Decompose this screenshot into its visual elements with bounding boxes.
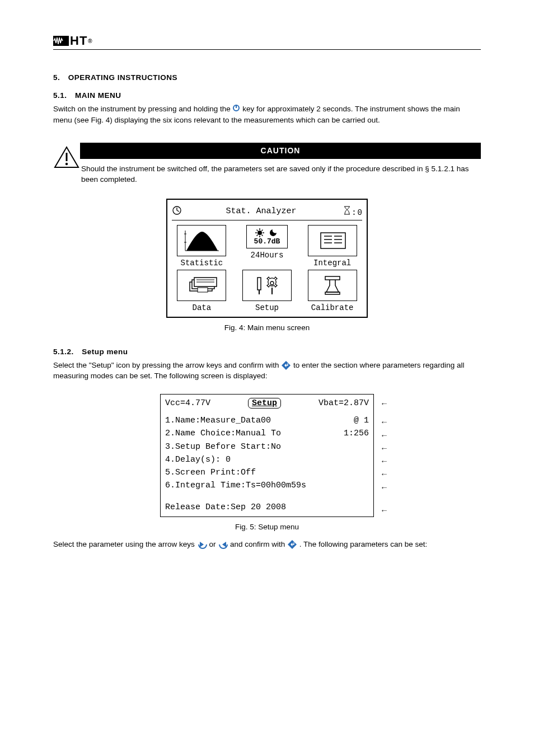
vbat-value: Vbat=2.87V bbox=[318, 398, 369, 408]
hours24-label: 24Hours bbox=[237, 251, 297, 260]
section-title: OPERATING INSTRUCTIONS bbox=[68, 73, 177, 82]
hours24-icon[interactable]: 50.7dB bbox=[246, 225, 288, 248]
setup-line-2[interactable]: 2.Name Choice:Manual To1:256 bbox=[165, 427, 369, 440]
final-c: and confirm with bbox=[230, 540, 287, 548]
setup-line-6[interactable]: 6.Integral Time:Ts=00h00m59s bbox=[165, 479, 369, 492]
setup-line-3[interactable]: 3.Setup Before Start:No bbox=[165, 440, 369, 453]
brand-logo: HT ® bbox=[53, 34, 93, 48]
statistic-icon[interactable] bbox=[177, 225, 226, 256]
setup-icon[interactable] bbox=[242, 270, 292, 301]
integral-label: Integral bbox=[302, 259, 362, 267]
enter-icon bbox=[281, 360, 291, 370]
svg-line-21 bbox=[261, 230, 263, 231]
warning-icon bbox=[53, 146, 80, 168]
svg-point-13 bbox=[257, 231, 262, 235]
clock-icon bbox=[172, 205, 182, 218]
integral-icon[interactable] bbox=[308, 225, 357, 256]
hourglass-icon bbox=[344, 206, 350, 217]
calibrate-icon[interactable] bbox=[308, 270, 357, 301]
colon: : bbox=[352, 208, 356, 217]
back-arrow-column: ← ← ← ← ← ← ← ← bbox=[382, 398, 387, 518]
data-label: Data bbox=[172, 303, 232, 312]
final-b: or bbox=[209, 540, 218, 548]
final-paragraph: Select the parameter using the arrow key… bbox=[53, 539, 481, 550]
header-bar: HT ® bbox=[53, 34, 481, 50]
svg-rect-39 bbox=[325, 276, 340, 280]
body-text-part1: Switch on the instrument by pressing and… bbox=[53, 105, 232, 113]
figure-4-caption: Fig. 4: Main menu screen bbox=[53, 323, 481, 332]
lcd-main-menu: Stat. Analyzer : 0 Statistic bbox=[166, 199, 368, 318]
svg-marker-43 bbox=[222, 542, 226, 547]
section-number: 5. bbox=[53, 73, 60, 82]
db-value: 50.7dB bbox=[254, 238, 280, 245]
calibrate-label: Calibrate bbox=[302, 303, 362, 312]
setup-label: Setup bbox=[237, 303, 297, 312]
caution-text: Should the instrument be switched off, t… bbox=[80, 158, 481, 189]
para1-a: Select the "Setup" icon by pressing the … bbox=[53, 361, 281, 369]
setup-title: Setup bbox=[248, 398, 281, 408]
final-d: . The following parameters can be set: bbox=[299, 540, 428, 548]
section-5-1-heading: 5.1. MAIN MENU bbox=[53, 90, 481, 100]
section-5-heading: 5. OPERATING INSTRUCTIONS bbox=[53, 72, 481, 82]
subsection-number: 5.1. bbox=[53, 91, 67, 100]
statistic-label: Statistic bbox=[172, 259, 232, 267]
setup-line-4[interactable]: 4.Delay(s): 0 bbox=[165, 453, 369, 466]
subsection-title: MAIN MENU bbox=[75, 91, 121, 100]
lcd-setup-menu: Vcc=4.77V Setup Vbat=2.87V 1.Name:Measur… bbox=[160, 394, 374, 517]
final-a: Select the parameter using the arrow key… bbox=[53, 540, 197, 548]
enter-icon bbox=[287, 539, 297, 550]
svg-point-5 bbox=[65, 163, 68, 165]
vcc-value: Vcc=4.77V bbox=[165, 398, 210, 408]
waveform-icon bbox=[53, 36, 69, 46]
power-icon bbox=[232, 104, 240, 115]
brand-text: HT bbox=[70, 34, 87, 48]
data-icon[interactable] bbox=[177, 270, 226, 301]
lcd-title: Stat. Analyzer bbox=[182, 206, 340, 216]
subsection-number-512: 5.1.2. bbox=[53, 348, 74, 356]
svg-line-20 bbox=[256, 235, 257, 236]
registered-mark: ® bbox=[88, 38, 92, 44]
caution-block: CAUTION Should the instrument be switche… bbox=[53, 143, 481, 189]
caution-bar: CAUTION bbox=[80, 143, 481, 158]
svg-rect-40 bbox=[325, 292, 340, 294]
section-5-1-body: Switch on the instrument by pressing and… bbox=[53, 104, 481, 126]
svg-line-18 bbox=[256, 230, 257, 231]
svg-line-8 bbox=[177, 210, 179, 212]
subsection-title-512: Setup menu bbox=[82, 348, 128, 356]
section-5-1-2-body: Select the "Setup" icon by pressing the … bbox=[53, 360, 481, 382]
svg-rect-34 bbox=[198, 288, 208, 292]
svg-rect-35 bbox=[257, 278, 261, 290]
svg-marker-42 bbox=[200, 542, 204, 547]
setup-line-1[interactable]: 1.Name:Measure_Data00@ 1 bbox=[165, 414, 369, 427]
arrow-right-icon bbox=[218, 539, 228, 550]
hourglass-value: 0 bbox=[358, 208, 362, 217]
svg-rect-22 bbox=[321, 233, 345, 248]
figure-5-caption: Fig. 5: Setup menu bbox=[53, 523, 481, 531]
setup-line-5[interactable]: 5.Screen Print:Off bbox=[165, 466, 369, 479]
section-5-1-2-heading: 5.1.2. Setup menu bbox=[53, 346, 481, 356]
svg-point-37 bbox=[270, 281, 274, 285]
svg-line-19 bbox=[261, 235, 263, 236]
arrow-left-icon bbox=[197, 539, 207, 550]
release-date: Release Date:Sep 20 2008 bbox=[165, 503, 369, 512]
